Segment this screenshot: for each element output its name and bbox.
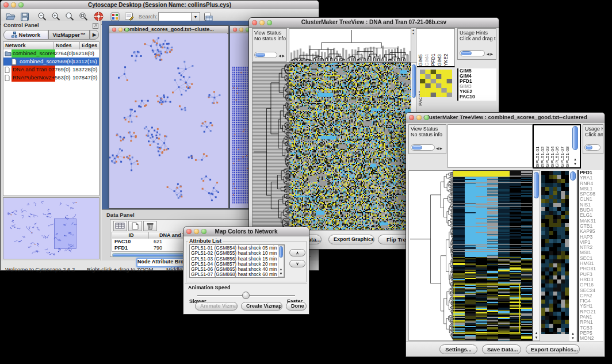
close-icon[interactable] [409, 115, 414, 120]
network-row[interactable]: DNA and Tran 07769(0)183728(0) [3, 66, 99, 74]
scrollbar-thumb[interactable] [534, 172, 539, 198]
scroll-up-icon[interactable]: ▲ [533, 331, 540, 335]
scrollbar-thumb[interactable] [570, 171, 576, 181]
birdseye-panel[interactable] [3, 197, 100, 259]
attribute-list-item[interactable]: GPL51-02 (GSM855) heat shock 10 min [191, 251, 283, 256]
treeview1-controls[interactable] [252, 20, 272, 25]
col-network[interactable]: Network [3, 42, 54, 49]
tv2-column-dendrogram-area[interactable] [447, 124, 533, 168]
tab-network[interactable]: Network [3, 30, 48, 40]
network-row[interactable]: RNAPuberNov2+|563(0)107847(0) [3, 74, 99, 82]
main-titlebar[interactable]: Cytoscape Desktop (Session Name: collins… [1, 1, 319, 10]
attribute-list-item[interactable]: GPL51-07 (GSM868) heat shock 60 min [191, 272, 283, 277]
minimize-icon[interactable] [259, 20, 265, 25]
col-edges[interactable]: Edges [80, 42, 99, 49]
network-edges: 13112(15) [72, 58, 97, 66]
move-down-button[interactable]: ∨ [289, 260, 305, 267]
scroll-down-icon[interactable]: ▼ [533, 336, 540, 340]
zoom-window-icon[interactable] [125, 28, 129, 32]
tv1-heatmap-canvas[interactable] [289, 62, 411, 231]
network-edges: 183728(0) [72, 66, 97, 74]
minimize-icon[interactable] [118, 28, 123, 32]
tv2-save-data-button[interactable]: Save Data... [482, 344, 521, 354]
attribute-list-item[interactable]: GPL51-03 (GSM856) heat shock 15 min [191, 256, 283, 262]
tv2-zoom-vscrollbar[interactable]: ▲ ▼ [569, 170, 576, 341]
minimize-icon[interactable] [416, 115, 422, 120]
delete-attribute-trash-icon[interactable] [143, 221, 157, 231]
zoom-window-icon[interactable] [267, 20, 272, 25]
animate-vizmap-button[interactable]: Animate Vizmap [195, 302, 238, 311]
scroll-down-icon[interactable]: ▼ [278, 272, 284, 276]
scroll-left-right-icons[interactable]: ◀▶ [278, 53, 286, 59]
help-lifering-icon[interactable] [93, 11, 104, 21]
create-vizmap-button[interactable]: Create Vizmap [241, 302, 282, 311]
select-attributes-button[interactable] [113, 221, 127, 231]
tv2-collabel-vscrollbar[interactable]: ▲ ▼ [572, 125, 579, 167]
scrollbar-thumb[interactable] [412, 64, 416, 98]
tab-vizmapper[interactable]: VizMapper™ [48, 30, 90, 40]
new-attribute-button[interactable] [128, 221, 142, 231]
tv2-hints-hscrollbar[interactable] [584, 144, 600, 151]
scroll-up-icon[interactable]: ▲ [572, 158, 579, 162]
tv2-heatmap-canvas[interactable] [453, 170, 533, 341]
float-panel-icon[interactable] [92, 21, 99, 28]
tv1-column-dendrogram-canvas[interactable] [289, 28, 411, 62]
network-row[interactable]: combined_sco2569(6)13112(15) [3, 58, 99, 66]
col-id[interactable]: ID [112, 232, 149, 239]
attribute-list-item[interactable]: GPL51-06 (GSM865) heat shock 40 min [191, 267, 283, 272]
map-dialog-titlebar[interactable]: Map Colors to Network [183, 227, 309, 236]
minimize-icon[interactable] [194, 229, 199, 234]
tv2-status-hscrollbar[interactable] [411, 144, 435, 151]
network-row[interactable]: combined_scores2764(0)16218(0) [3, 49, 99, 58]
scrollbar-thumb[interactable] [279, 246, 283, 258]
scroll-down-icon[interactable]: ▼ [569, 336, 576, 340]
treeview2-titlebar[interactable]: ClusterMaker TreeView : combined_scores_… [406, 113, 605, 122]
tv2-row-dendrogram-canvas[interactable] [408, 170, 453, 341]
tv2-export-graphics-button[interactable]: Export Graphics... [526, 344, 580, 354]
attribute-list-item[interactable]: GPL51-04 (GSM857) heat shock 20 min [191, 262, 283, 267]
attribute-list-item[interactable]: GPL51-01 (GSM854) heat shock 05 min [191, 246, 283, 251]
attribute-list-vscrollbar[interactable]: ▲ ▼ [278, 245, 284, 277]
done-button[interactable]: Done [286, 302, 307, 311]
map-dialog-controls[interactable] [186, 229, 206, 234]
scrollbar-thumb[interactable] [572, 126, 578, 150]
tv1-hints-hscrollbar[interactable] [460, 50, 485, 56]
zoom-window-icon[interactable] [201, 229, 206, 234]
scroll-down-icon[interactable]: ▼ [572, 162, 579, 166]
network-canvas[interactable] [109, 33, 227, 207]
minimize-icon[interactable] [239, 28, 243, 32]
network-view-controls[interactable] [112, 28, 129, 32]
scroll-left-right-icons[interactable]: ◀▶ [487, 51, 494, 57]
zoom-window-icon[interactable] [424, 115, 429, 120]
treeview1-titlebar[interactable]: ClusterMaker TreeView : DNA and Tran 07-… [249, 18, 499, 28]
window-controls[interactable] [3, 2, 24, 7]
tv1-correlation-matrix-canvas[interactable] [420, 70, 452, 97]
network-view-titlebar[interactable]: combined_scores_good.txt--cluste... [109, 26, 228, 34]
tv1-status-hscrollbar[interactable] [254, 52, 277, 58]
close-icon[interactable] [3, 2, 9, 7]
tv1-row-dendrogram-canvas[interactable] [252, 62, 289, 231]
tv2-zoom-heatmap-canvas[interactable] [541, 171, 569, 334]
network-view-2-controls[interactable] [233, 28, 250, 32]
tv2-heatmap-vscrollbar[interactable]: ▲ ▼ [533, 170, 540, 341]
speed-slider-thumb[interactable] [242, 292, 250, 299]
birdseye-canvas[interactable] [3, 198, 99, 259]
tv1-export-graphics-button[interactable]: Export Graphics... [328, 235, 374, 244]
col-nodes[interactable]: Nodes [54, 42, 80, 49]
attribute-listbox[interactable]: GPL51-01 (GSM854) heat shock 05 minGPL51… [189, 244, 285, 278]
scroll-up-icon[interactable]: ▲ [569, 332, 576, 336]
scroll-up-icon[interactable]: ▲ [278, 267, 284, 271]
close-icon[interactable] [233, 28, 237, 32]
close-icon[interactable] [252, 20, 257, 25]
search-input[interactable] [158, 12, 192, 21]
tv2-settings-button[interactable]: Settings... [439, 344, 477, 354]
scroll-left-right-icons[interactable]: ◀▶ [436, 145, 443, 151]
zoom-window-icon[interactable] [18, 2, 24, 7]
close-icon[interactable] [112, 28, 116, 32]
move-up-button[interactable]: ∧ [289, 249, 305, 256]
close-icon[interactable] [186, 229, 192, 234]
tab-overflow-arrow[interactable]: ▶ [90, 30, 99, 40]
minimize-icon[interactable] [11, 2, 16, 7]
tv1-column-label: PFD1 [430, 29, 437, 66]
treeview2-controls[interactable] [409, 115, 429, 120]
